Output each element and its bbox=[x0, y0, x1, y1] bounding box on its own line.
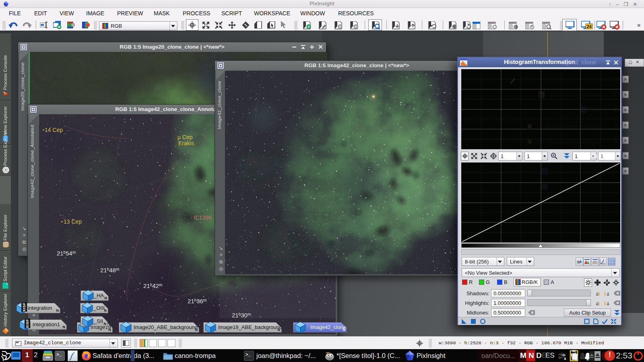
svg-text:+: + bbox=[339, 24, 341, 29]
svg-text:+: + bbox=[308, 24, 310, 29]
svg-text:RC-Astro BlurXTerminator: RC-Astro BlurXTerminator bbox=[537, 123, 602, 130]
svg-text:SCNR: SCNR bbox=[590, 107, 605, 113]
svg-text:24: 24 bbox=[586, 24, 592, 29]
svg-text:S: S bbox=[528, 139, 531, 144]
svg-text:ChannelCombination: ChannelCombination bbox=[550, 92, 603, 98]
svg-text:B: B bbox=[528, 124, 531, 129]
svg-text:x: x bbox=[564, 356, 566, 360]
svg-text:+: + bbox=[355, 24, 357, 29]
svg-text:RC-Astro StarXTerminator: RC-Astro StarXTerminator bbox=[537, 139, 602, 145]
